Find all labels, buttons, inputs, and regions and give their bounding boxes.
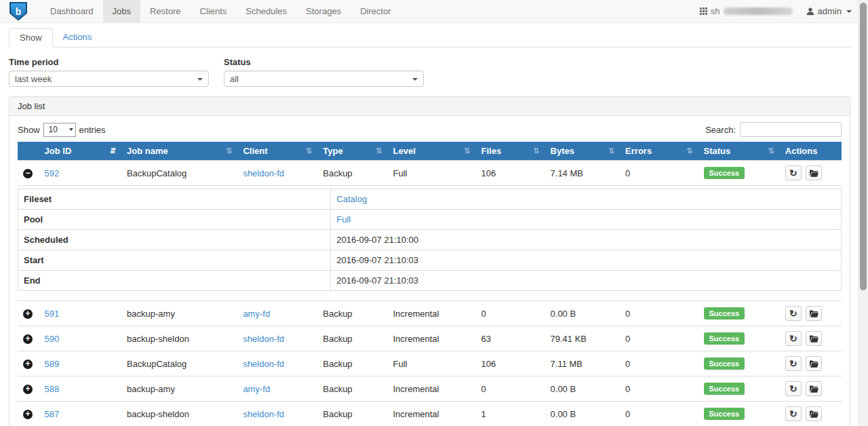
user-menu[interactable]: admin (806, 6, 852, 16)
column-header-client[interactable]: Client⇅ (237, 142, 317, 161)
sort-icon[interactable]: ⇅ (608, 147, 614, 155)
sort-icon[interactable]: ⇅ (306, 147, 312, 155)
job-id-link[interactable]: 588 (45, 384, 60, 394)
table-row: + 590 backup-sheldon sheldon-fd Backup I… (18, 326, 842, 351)
detail-value-link[interactable]: Full (336, 214, 351, 225)
sort-icon[interactable]: ⇅ (464, 147, 470, 155)
nav-item-schedules[interactable]: Schedules (236, 0, 296, 22)
job-id-link[interactable]: 592 (45, 168, 60, 178)
column-header-errors[interactable]: Errors⇅ (620, 142, 698, 161)
search-input[interactable] (740, 122, 842, 137)
nav-item-restore[interactable]: Restore (140, 0, 191, 22)
detail-value: Catalog (331, 189, 842, 210)
folder-icon (810, 360, 818, 368)
job-log-button[interactable] (806, 331, 822, 346)
expand-row-icon[interactable]: + (23, 385, 33, 394)
folder-icon (810, 385, 818, 393)
nav-item-jobs[interactable]: Jobs (103, 0, 140, 22)
job-id-link[interactable]: 589 (45, 359, 60, 369)
job-log-button[interactable] (806, 306, 822, 321)
column-header-bytes[interactable]: Bytes⇅ (545, 142, 620, 161)
job-name-cell: backup-sheldon (121, 326, 237, 351)
job-id-link[interactable]: 590 (45, 334, 60, 344)
rerun-job-button[interactable]: ↻ (785, 381, 802, 396)
person-icon (806, 7, 814, 16)
host-selector[interactable]: sh (700, 6, 793, 16)
expand-row-icon[interactable]: + (23, 334, 33, 344)
expand-row-icon[interactable]: − (23, 169, 33, 178)
bytes-cell: 7.11 MB (545, 351, 620, 376)
status-badge: Success (704, 167, 745, 179)
top-navbar: b DashboardJobsRestoreClientsSchedulesSt… (0, 0, 868, 23)
expand-row-icon[interactable]: + (23, 410, 33, 419)
column-header-job-id[interactable]: Job ID⇵ (39, 142, 122, 161)
rerun-job-button[interactable]: ↻ (785, 306, 802, 321)
table-row: + 589 BackupCatalog sheldon-fd Backup Fu… (18, 351, 842, 376)
entries-select[interactable]: 10 (43, 123, 76, 137)
bytes-cell: 0.00 B (545, 376, 620, 402)
tab-actions[interactable]: Actions (53, 28, 102, 47)
detail-value-link[interactable]: Catalog (336, 194, 367, 204)
status-select[interactable]: all (224, 71, 424, 87)
errors-cell: 0 (620, 301, 698, 326)
nav-item-storages[interactable]: Storages (296, 0, 351, 22)
column-header-job-name[interactable]: Job name⇅ (121, 142, 237, 161)
sort-icon[interactable]: ⇅ (686, 147, 692, 155)
table-row: − 592 BackupCatalog sheldon-fd Backup Fu… (18, 161, 842, 186)
sort-icon[interactable]: ⇅ (768, 147, 774, 155)
status-value: all (230, 74, 239, 84)
files-cell: 63 (476, 326, 545, 351)
job-log-button[interactable] (806, 166, 822, 180)
level-cell: Incremental (388, 301, 476, 326)
nav-item-director[interactable]: Director (351, 0, 401, 22)
time-period-filter: Time period last week (9, 57, 209, 87)
job-log-button[interactable] (806, 381, 822, 396)
column-header-type[interactable]: Type⇅ (317, 142, 387, 161)
nav-item-clients[interactable]: Clients (191, 0, 237, 22)
sort-icon[interactable]: ⇅ (226, 147, 232, 155)
detail-value: 2016-09-07 21:10:00 (331, 230, 842, 250)
rerun-icon: ↻ (789, 168, 797, 178)
tab-show[interactable]: Show (9, 28, 53, 47)
nav-item-dashboard[interactable]: Dashboard (41, 0, 103, 22)
status-badge: Success (704, 332, 745, 345)
sort-icon[interactable]: ⇅ (376, 147, 382, 155)
entries-label: entries (79, 125, 106, 135)
column-header-actions: Actions (780, 142, 842, 161)
rerun-icon: ↻ (789, 359, 797, 368)
rerun-job-button[interactable]: ↻ (785, 331, 802, 346)
column-header-files[interactable]: Files⇅ (476, 142, 545, 161)
job-id-link[interactable]: 591 (45, 309, 60, 319)
column-header-level[interactable]: Level⇅ (388, 142, 476, 161)
bytes-cell: 7.14 MB (545, 161, 620, 186)
time-period-select[interactable]: last week (9, 71, 209, 87)
host-text: sh (711, 6, 720, 16)
job-log-button[interactable] (806, 356, 822, 371)
expand-row-icon[interactable]: + (23, 309, 33, 319)
sort-icon[interactable]: ⇵ (110, 147, 116, 155)
client-link[interactable]: sheldon-fd (243, 359, 284, 369)
scrollbar-thumb[interactable] (860, 3, 867, 290)
column-label: Errors (625, 146, 652, 156)
column-label: Actions (785, 146, 818, 156)
client-link[interactable]: sheldon-fd (243, 168, 284, 178)
bytes-cell: 79.41 KB (545, 326, 620, 351)
job-name-cell: BackupCatalog (121, 161, 237, 186)
job-id-link[interactable]: 587 (45, 409, 60, 419)
client-link[interactable]: sheldon-fd (243, 409, 284, 419)
expand-row-icon[interactable]: + (23, 360, 33, 369)
sort-icon[interactable]: ⇅ (533, 147, 539, 155)
rerun-job-button[interactable]: ↻ (785, 406, 802, 421)
client-link[interactable]: amy-fd (243, 309, 270, 319)
rerun-job-button[interactable]: ↻ (785, 166, 802, 180)
page-scrollbar[interactable] (858, 0, 868, 426)
job-log-button[interactable] (806, 406, 822, 421)
errors-cell: 0 (620, 161, 698, 186)
client-link[interactable]: sheldon-fd (243, 334, 284, 344)
grid-icon (700, 7, 707, 15)
rerun-job-button[interactable]: ↻ (785, 356, 802, 371)
column-header-status[interactable]: Status⇅ (698, 142, 780, 161)
status-badge: Success (704, 408, 745, 420)
client-link[interactable]: amy-fd (243, 384, 270, 394)
bareos-logo[interactable]: b (9, 0, 27, 22)
